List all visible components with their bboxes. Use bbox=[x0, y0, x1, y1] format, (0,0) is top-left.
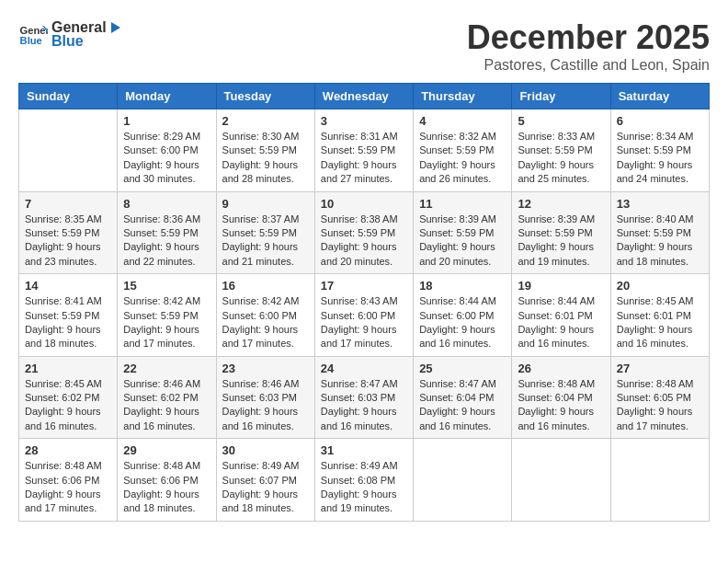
svg-marker-4 bbox=[111, 22, 120, 33]
day-info: Sunrise: 8:45 AMSunset: 6:01 PMDaylight:… bbox=[617, 294, 703, 351]
day-number: 20 bbox=[617, 279, 703, 293]
calendar-cell: 15Sunrise: 8:42 AMSunset: 5:59 PMDayligh… bbox=[118, 274, 216, 357]
calendar-cell: 31Sunrise: 8:49 AMSunset: 6:08 PMDayligh… bbox=[314, 439, 413, 522]
day-number: 13 bbox=[617, 197, 703, 211]
calendar-table: SundayMondayTuesdayWednesdayThursdayFrid… bbox=[18, 83, 710, 522]
calendar-week-row: 28Sunrise: 8:48 AMSunset: 6:06 PMDayligh… bbox=[19, 439, 710, 522]
day-info: Sunrise: 8:44 AMSunset: 6:00 PMDaylight:… bbox=[419, 294, 506, 351]
day-number: 31 bbox=[321, 443, 407, 457]
day-header-thursday: Thursday bbox=[414, 84, 512, 109]
day-info: Sunrise: 8:49 AMSunset: 6:07 PMDaylight:… bbox=[222, 459, 309, 516]
day-number: 29 bbox=[123, 443, 210, 457]
day-header-monday: Monday bbox=[118, 84, 216, 109]
calendar-cell: 30Sunrise: 8:49 AMSunset: 6:07 PMDayligh… bbox=[216, 439, 314, 522]
calendar-cell: 7Sunrise: 8:35 AMSunset: 5:59 PMDaylight… bbox=[19, 191, 118, 274]
day-info: Sunrise: 8:42 AMSunset: 6:00 PMDaylight:… bbox=[222, 294, 309, 351]
svg-text:Blue: Blue bbox=[20, 35, 42, 46]
day-info: Sunrise: 8:49 AMSunset: 6:08 PMDaylight:… bbox=[321, 459, 407, 516]
calendar-cell: 6Sunrise: 8:34 AMSunset: 5:59 PMDaylight… bbox=[610, 109, 709, 192]
main-title: December 2025 bbox=[467, 18, 710, 57]
day-header-tuesday: Tuesday bbox=[216, 84, 314, 109]
day-number: 19 bbox=[518, 279, 604, 293]
day-number: 5 bbox=[518, 114, 604, 128]
day-number: 15 bbox=[123, 279, 210, 293]
calendar-cell bbox=[610, 439, 709, 522]
day-info: Sunrise: 8:32 AMSunset: 5:59 PMDaylight:… bbox=[419, 130, 506, 187]
day-header-saturday: Saturday bbox=[610, 84, 709, 109]
day-info: Sunrise: 8:42 AMSunset: 5:59 PMDaylight:… bbox=[123, 294, 210, 351]
calendar-week-row: 21Sunrise: 8:45 AMSunset: 6:02 PMDayligh… bbox=[19, 356, 710, 439]
day-number: 11 bbox=[419, 197, 506, 211]
calendar-cell: 21Sunrise: 8:45 AMSunset: 6:02 PMDayligh… bbox=[19, 356, 118, 439]
calendar-cell: 27Sunrise: 8:48 AMSunset: 6:05 PMDayligh… bbox=[610, 356, 709, 439]
day-number: 10 bbox=[321, 197, 407, 211]
logo-icon: General Blue bbox=[18, 19, 48, 49]
day-info: Sunrise: 8:48 AMSunset: 6:04 PMDaylight:… bbox=[518, 377, 604, 434]
day-number: 16 bbox=[222, 279, 309, 293]
calendar-cell: 11Sunrise: 8:39 AMSunset: 5:59 PMDayligh… bbox=[414, 191, 512, 274]
day-number: 9 bbox=[222, 197, 309, 211]
day-number: 7 bbox=[25, 197, 111, 211]
calendar-cell: 9Sunrise: 8:37 AMSunset: 5:59 PMDaylight… bbox=[216, 191, 314, 274]
calendar-cell: 14Sunrise: 8:41 AMSunset: 5:59 PMDayligh… bbox=[19, 274, 118, 357]
calendar-cell: 24Sunrise: 8:47 AMSunset: 6:03 PMDayligh… bbox=[314, 356, 413, 439]
logo: General Blue General Blue bbox=[18, 18, 125, 50]
calendar-cell bbox=[512, 439, 610, 522]
day-number: 3 bbox=[321, 114, 407, 128]
calendar-cell: 8Sunrise: 8:36 AMSunset: 5:59 PMDaylight… bbox=[118, 191, 216, 274]
day-number: 2 bbox=[222, 114, 309, 128]
calendar-week-row: 14Sunrise: 8:41 AMSunset: 5:59 PMDayligh… bbox=[19, 274, 710, 357]
calendar-cell: 10Sunrise: 8:38 AMSunset: 5:59 PMDayligh… bbox=[314, 191, 413, 274]
page-container: General Blue General Blue December 2025 … bbox=[18, 18, 710, 522]
calendar-cell: 23Sunrise: 8:46 AMSunset: 6:03 PMDayligh… bbox=[216, 356, 314, 439]
calendar-week-row: 1Sunrise: 8:29 AMSunset: 6:00 PMDaylight… bbox=[19, 109, 710, 192]
calendar-cell: 18Sunrise: 8:44 AMSunset: 6:00 PMDayligh… bbox=[414, 274, 512, 357]
header: General Blue General Blue December 2025 … bbox=[18, 18, 710, 74]
day-info: Sunrise: 8:40 AMSunset: 5:59 PMDaylight:… bbox=[617, 213, 703, 270]
day-number: 8 bbox=[123, 197, 210, 211]
calendar-cell: 22Sunrise: 8:46 AMSunset: 6:02 PMDayligh… bbox=[118, 356, 216, 439]
calendar-cell: 19Sunrise: 8:44 AMSunset: 6:01 PMDayligh… bbox=[512, 274, 610, 357]
day-number: 23 bbox=[222, 362, 309, 375]
calendar-cell bbox=[414, 439, 512, 522]
logo-arrow-icon bbox=[107, 18, 125, 37]
day-info: Sunrise: 8:47 AMSunset: 6:03 PMDaylight:… bbox=[321, 377, 407, 434]
day-header-friday: Friday bbox=[512, 84, 610, 109]
calendar-header-row: SundayMondayTuesdayWednesdayThursdayFrid… bbox=[19, 84, 710, 109]
calendar-cell: 28Sunrise: 8:48 AMSunset: 6:06 PMDayligh… bbox=[19, 439, 118, 522]
day-info: Sunrise: 8:35 AMSunset: 5:59 PMDaylight:… bbox=[25, 213, 111, 270]
day-info: Sunrise: 8:36 AMSunset: 5:59 PMDaylight:… bbox=[123, 213, 210, 270]
day-info: Sunrise: 8:41 AMSunset: 5:59 PMDaylight:… bbox=[25, 294, 111, 351]
calendar-cell: 2Sunrise: 8:30 AMSunset: 5:59 PMDaylight… bbox=[216, 109, 314, 192]
day-info: Sunrise: 8:46 AMSunset: 6:03 PMDaylight:… bbox=[222, 377, 309, 434]
calendar-cell: 13Sunrise: 8:40 AMSunset: 5:59 PMDayligh… bbox=[610, 191, 709, 274]
day-info: Sunrise: 8:39 AMSunset: 5:59 PMDaylight:… bbox=[518, 213, 604, 270]
calendar-cell: 29Sunrise: 8:48 AMSunset: 6:06 PMDayligh… bbox=[118, 439, 216, 522]
title-section: December 2025 Pastores, Castille and Leo… bbox=[467, 18, 710, 74]
day-number: 14 bbox=[25, 279, 111, 293]
calendar-cell: 3Sunrise: 8:31 AMSunset: 5:59 PMDaylight… bbox=[314, 109, 413, 192]
day-number: 27 bbox=[617, 362, 703, 375]
day-info: Sunrise: 8:48 AMSunset: 6:06 PMDaylight:… bbox=[123, 459, 210, 516]
day-number: 21 bbox=[25, 362, 111, 375]
day-info: Sunrise: 8:48 AMSunset: 6:06 PMDaylight:… bbox=[25, 459, 111, 516]
day-info: Sunrise: 8:38 AMSunset: 5:59 PMDaylight:… bbox=[321, 213, 407, 270]
calendar-cell: 12Sunrise: 8:39 AMSunset: 5:59 PMDayligh… bbox=[512, 191, 610, 274]
day-number: 6 bbox=[617, 114, 703, 128]
day-info: Sunrise: 8:37 AMSunset: 5:59 PMDaylight:… bbox=[222, 213, 309, 270]
day-number: 12 bbox=[518, 197, 604, 211]
day-info: Sunrise: 8:30 AMSunset: 5:59 PMDaylight:… bbox=[222, 130, 309, 187]
day-number: 30 bbox=[222, 443, 309, 457]
day-info: Sunrise: 8:34 AMSunset: 5:59 PMDaylight:… bbox=[617, 130, 703, 187]
calendar-cell: 17Sunrise: 8:43 AMSunset: 6:00 PMDayligh… bbox=[314, 274, 413, 357]
calendar-cell: 16Sunrise: 8:42 AMSunset: 6:00 PMDayligh… bbox=[216, 274, 314, 357]
day-info: Sunrise: 8:47 AMSunset: 6:04 PMDaylight:… bbox=[419, 377, 506, 434]
day-number: 17 bbox=[321, 279, 407, 293]
calendar-cell bbox=[19, 109, 118, 192]
day-number: 1 bbox=[123, 114, 210, 128]
day-info: Sunrise: 8:46 AMSunset: 6:02 PMDaylight:… bbox=[123, 377, 210, 434]
calendar-cell: 26Sunrise: 8:48 AMSunset: 6:04 PMDayligh… bbox=[512, 356, 610, 439]
subtitle: Pastores, Castille and Leon, Spain bbox=[467, 57, 710, 74]
calendar-cell: 5Sunrise: 8:33 AMSunset: 5:59 PMDaylight… bbox=[512, 109, 610, 192]
day-header-sunday: Sunday bbox=[19, 84, 118, 109]
